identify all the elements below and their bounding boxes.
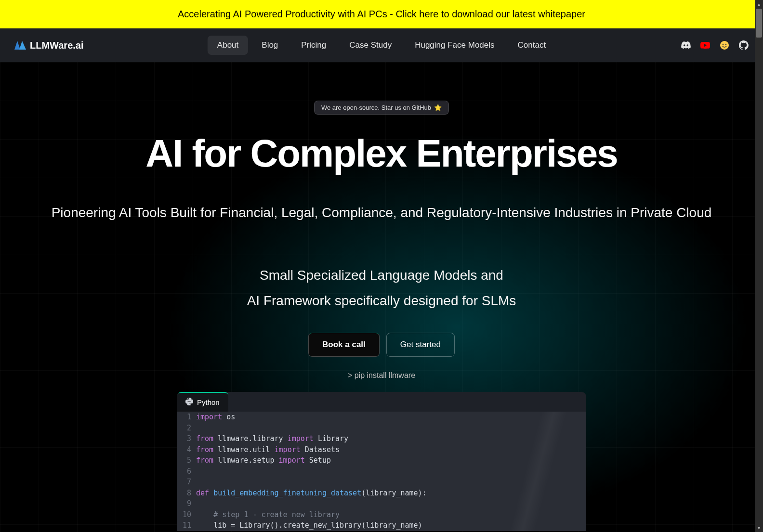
scrollbar-thumb[interactable] <box>756 9 762 38</box>
code-block: Python 1import os23from llmware.library … <box>177 392 586 531</box>
code-line: 1import os <box>177 412 586 423</box>
line-number: 3 <box>177 433 196 444</box>
line-number: 4 <box>177 444 196 455</box>
line-code: from llmware.library import Library <box>196 433 586 444</box>
line-number: 9 <box>177 498 196 509</box>
line-number: 10 <box>177 509 196 520</box>
line-number: 1 <box>177 412 196 423</box>
line-code: from llmware.setup import Setup <box>196 455 586 466</box>
hero-section: We are open-source. Star us on GitHub ⭐ … <box>0 62 763 532</box>
line-code: import os <box>196 412 586 423</box>
scroll-down-arrow[interactable]: ▾ <box>755 524 763 532</box>
svg-marker-1 <box>19 41 26 50</box>
logo-icon <box>14 41 26 50</box>
code-tab-label: Python <box>197 398 220 406</box>
nav-links: About Blog Pricing Case Study Hugging Fa… <box>208 36 555 55</box>
line-code <box>196 423 586 434</box>
nav-pricing[interactable]: Pricing <box>291 36 336 55</box>
discord-icon[interactable] <box>681 40 691 50</box>
cta-row: Book a call Get started <box>0 333 763 357</box>
svg-marker-0 <box>14 41 20 50</box>
hero-description: Small Specialized Language Models and AI… <box>0 262 763 313</box>
badge-text: We are open-source. Star us on GitHub <box>321 104 431 111</box>
code-line: 11 lib = Library().create_new_library(li… <box>177 520 586 531</box>
line-code <box>196 498 586 509</box>
nav-contact[interactable]: Contact <box>508 36 556 55</box>
line-code <box>196 466 586 477</box>
github-icon[interactable] <box>739 40 749 50</box>
huggingface-icon[interactable] <box>720 40 729 50</box>
svg-point-3 <box>723 44 724 45</box>
code-line: 4from llmware.util import Datasets <box>177 444 586 455</box>
line-number: 11 <box>177 520 196 531</box>
pip-install-text: > pip install llmware <box>0 371 763 380</box>
scroll-up-arrow[interactable]: ▴ <box>755 0 763 8</box>
line-code: from llmware.util import Datasets <box>196 444 586 455</box>
line-code: # step 1 - create new library <box>196 509 586 520</box>
logo-text: LLMWare.ai <box>30 40 84 51</box>
hero-desc-line2: AI Framework specifically designed for S… <box>0 288 763 313</box>
code-content: 1import os23from llmware.library import … <box>177 412 586 531</box>
star-icon: ⭐ <box>434 104 442 111</box>
line-code: lib = Library().create_new_library(libra… <box>196 520 586 531</box>
hero-desc-line1: Small Specialized Language Models and <box>0 262 763 288</box>
line-number: 5 <box>177 455 196 466</box>
code-line: 9 <box>177 498 586 509</box>
line-number: 7 <box>177 477 196 488</box>
code-line: 10 # step 1 - create new library <box>177 509 586 520</box>
scrollbar[interactable]: ▴ ▾ <box>755 0 763 532</box>
code-tab-python[interactable]: Python <box>177 392 228 412</box>
announcement-banner[interactable]: Accelerating AI Powered Productivity wit… <box>0 0 763 28</box>
code-line: 6 <box>177 466 586 477</box>
get-started-button[interactable]: Get started <box>386 333 455 357</box>
social-icons <box>681 40 749 50</box>
hero-subtitle: Pioneering AI Tools Built for Financial,… <box>0 202 763 224</box>
code-line: 7 <box>177 477 586 488</box>
line-number: 2 <box>177 423 196 434</box>
line-code <box>196 477 586 488</box>
banner-text: Accelerating AI Powered Productivity wit… <box>178 9 585 19</box>
nav-blog[interactable]: Blog <box>252 36 288 55</box>
book-call-button[interactable]: Book a call <box>308 333 380 357</box>
code-line: 3from llmware.library import Library <box>177 433 586 444</box>
python-icon <box>185 398 193 407</box>
nav-huggingface-models[interactable]: Hugging Face Models <box>405 36 504 55</box>
youtube-icon[interactable] <box>700 40 710 50</box>
logo[interactable]: LLMWare.ai <box>14 40 84 51</box>
line-code: def build_embedding_finetuning_dataset(l… <box>196 488 586 499</box>
hero-title: AI for Complex Enterprises <box>0 131 763 176</box>
nav-about[interactable]: About <box>208 36 248 55</box>
line-number: 8 <box>177 488 196 499</box>
nav-case-study[interactable]: Case Study <box>340 36 401 55</box>
github-star-badge[interactable]: We are open-source. Star us on GitHub ⭐ <box>314 101 449 115</box>
code-line: 5from llmware.setup import Setup <box>177 455 586 466</box>
line-number: 6 <box>177 466 196 477</box>
svg-point-2 <box>720 41 729 50</box>
code-line: 2 <box>177 423 586 434</box>
navbar: LLMWare.ai About Blog Pricing Case Study… <box>0 28 763 62</box>
code-line: 8def build_embedding_finetuning_dataset(… <box>177 488 586 499</box>
svg-point-4 <box>725 44 727 45</box>
